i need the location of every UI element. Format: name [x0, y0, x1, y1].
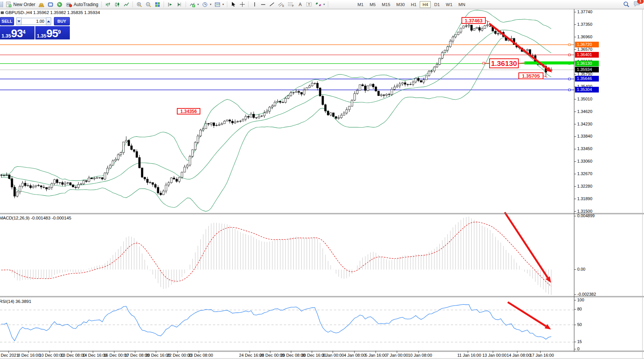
timeframe-button-h4[interactable]: H4 [420, 1, 431, 8]
notification-badge: 1 [637, 0, 644, 4]
one-click-trading-panel: SELL BUY 1.35 93 4 1.35 95 9 [0, 17, 70, 39]
sell-price-main: 93 [11, 28, 22, 39]
buy-price-display[interactable]: 1.35 95 9 [35, 26, 70, 39]
volume-decrease-button[interactable] [16, 17, 22, 25]
rsi-indicator-label: RSI(14) 36.3891 [0, 299, 31, 304]
autotrading-icon [66, 2, 72, 8]
clock-icon [202, 2, 208, 8]
timeframe-toolbar: M1M5M15M30H1H4D1W1MN [354, 1, 468, 8]
market-depth-button[interactable] [37, 1, 46, 8]
templates-dropdown-icon[interactable]: ▾ [222, 3, 224, 6]
auto-scroll-button[interactable] [166, 1, 175, 8]
text-tool-button[interactable]: A [296, 1, 304, 8]
timeframe-button-w1[interactable]: W1 [443, 1, 455, 8]
line-chart-icon [123, 2, 129, 8]
gold-icon [38, 2, 44, 8]
sell-price-int: 1.35 [2, 33, 11, 39]
zoom-out-button[interactable] [144, 1, 153, 8]
chart-shift-button[interactable] [175, 1, 184, 8]
periods-button[interactable]: ▾ [200, 1, 213, 8]
timeframe-button-mn[interactable]: MN [456, 1, 468, 8]
macd-histogram [2, 216, 551, 295]
cursor-tool-button[interactable] [229, 1, 238, 8]
terminal-icon [47, 2, 54, 8]
vertical-line-tool-button[interactable] [250, 1, 259, 8]
annotation-connector-line [519, 63, 524, 63]
timeframe-button-h1[interactable]: H1 [408, 1, 419, 8]
autotrading-label: AutoTrading [74, 2, 98, 7]
buy-price-int: 1.35 [37, 33, 46, 39]
cursor-icon [231, 2, 236, 7]
main-toolbar: New Order AutoTrading ▾ [0, 0, 644, 9]
annotation-handle[interactable] [483, 62, 485, 64]
text-icon: A [298, 2, 303, 7]
level-line-handle[interactable] [568, 44, 570, 45]
trend-arrow[interactable] [489, 24, 547, 69]
terminal-button[interactable] [46, 1, 55, 8]
buy-price-sup: 9 [58, 26, 61, 38]
indicators-button[interactable]: ▾ [188, 1, 200, 8]
buy-button[interactable]: BUY [54, 17, 70, 25]
candlestick-series [0, 21, 552, 198]
signals-button[interactable] [55, 1, 64, 8]
timeframe-button-m1[interactable]: M1 [355, 1, 366, 8]
sell-button[interactable]: SELL [0, 17, 14, 25]
trendline-tool-button[interactable] [268, 1, 276, 8]
equidistant-channel-tool-button[interactable]: E [276, 1, 286, 8]
arrows-dropdown-icon[interactable]: ▾ [323, 3, 325, 6]
sell-price-sup: 4 [23, 26, 26, 38]
templates-button[interactable]: ▾ [213, 1, 225, 8]
crosshair-icon [239, 2, 245, 7]
horizontal-level-lines[interactable] [0, 45, 574, 90]
level-line-handle[interactable] [568, 54, 570, 56]
indicators-icon [189, 2, 195, 8]
periods-dropdown-icon[interactable]: ▾ [210, 3, 211, 6]
level-line-handle[interactable] [568, 89, 570, 91]
notifications-button[interactable]: 1 [633, 0, 641, 8]
trend-arrow[interactable] [505, 212, 548, 278]
volume-input[interactable] [22, 18, 46, 25]
line-chart-button[interactable] [122, 1, 131, 8]
auto-scroll-icon [167, 2, 173, 8]
zoom-in-icon [136, 2, 142, 8]
candlestick-chart-button[interactable] [113, 1, 122, 8]
clipped-toolbar-icon[interactable] [0, 2, 3, 7]
arrows-tool-button[interactable]: ▾ [314, 1, 326, 8]
text-label-tool-button[interactable]: T [304, 1, 314, 8]
trend-arrow[interactable] [508, 302, 546, 326]
channel-icon: E [278, 2, 285, 7]
spinner-up-icon [47, 20, 50, 22]
spinner-down-icon [17, 20, 20, 22]
horizontal-line-tool-button[interactable] [259, 1, 268, 8]
autotrading-button[interactable]: AutoTrading [64, 1, 100, 8]
new-order-button[interactable]: New Order [4, 1, 37, 8]
timeframe-button-m5[interactable]: M5 [367, 1, 378, 8]
new-order-label: New Order [13, 2, 35, 7]
symbol-ohlc-title: GBPUSD-,H4 1.35962 1.35982 1.35835 1.359… [5, 10, 100, 15]
search-icon[interactable] [623, 1, 630, 8]
highlight-green-bar[interactable] [524, 61, 574, 64]
volume-increase-button[interactable] [46, 17, 51, 25]
tile-windows-button[interactable] [153, 1, 162, 8]
fibonacci-tool-button[interactable]: F [286, 1, 296, 8]
horizontal-line-icon [260, 2, 266, 7]
chart-symbol-icon [1, 11, 4, 14]
timeframe-button-d1[interactable]: D1 [431, 1, 442, 8]
bar-chart-button[interactable] [104, 1, 113, 8]
label-icon: T [306, 2, 312, 7]
svg-text:E: E [282, 5, 284, 7]
svg-text:F: F [292, 5, 294, 7]
timeframe-button-m15[interactable]: M15 [379, 1, 393, 8]
timeframe-button-m30[interactable]: M30 [394, 1, 407, 8]
trendline-icon [269, 2, 275, 7]
sell-price-display[interactable]: 1.35 93 4 [0, 26, 35, 39]
level-line-handle[interactable] [568, 78, 570, 80]
indicators-dropdown-icon[interactable]: ▾ [197, 3, 199, 6]
vertical-line-icon [252, 2, 257, 7]
buy-price-main: 95 [46, 28, 58, 39]
chart-canvas[interactable] [0, 0, 644, 359]
zoom-out-icon [145, 2, 151, 8]
zoom-in-button[interactable] [135, 1, 144, 8]
crosshair-tool-button[interactable] [238, 1, 247, 8]
chart-shift-icon [176, 2, 183, 8]
